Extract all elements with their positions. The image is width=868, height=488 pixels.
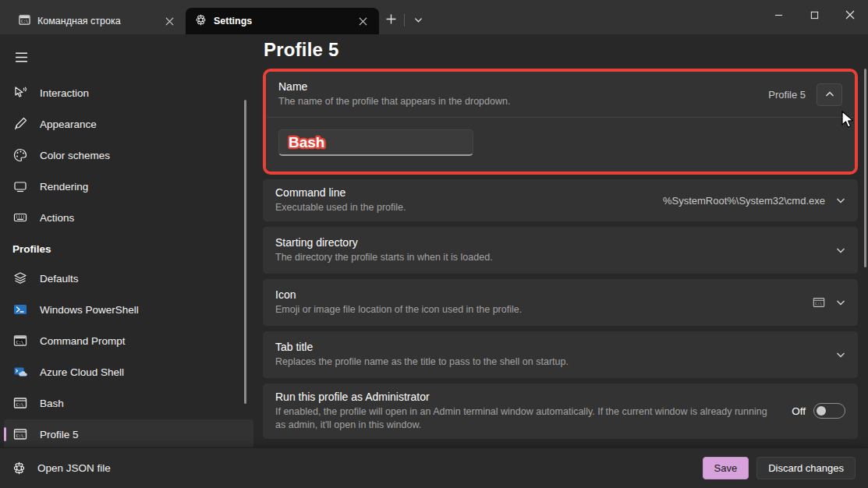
minimize-button[interactable]: [760, 0, 796, 30]
svg-text:C:\: C:\: [16, 433, 23, 438]
chevron-down-icon[interactable]: [836, 196, 845, 205]
setting-label: Tab title: [275, 341, 569, 353]
sidebar-item-defaults[interactable]: Defaults: [4, 263, 253, 293]
sidebar-item-profile-5[interactable]: C:\ Profile 5: [4, 419, 253, 449]
azure-cloud-icon: [12, 365, 27, 380]
powershell-icon: [12, 302, 27, 317]
cursor-icon: [12, 86, 27, 101]
annotated-input-text: Bash: [286, 133, 388, 153]
setting-value: Profile 5: [768, 89, 806, 101]
sidebar-item-interaction[interactable]: Interaction: [4, 78, 253, 108]
hamburger-menu-button[interactable]: [6, 44, 36, 70]
sidebar-item-label: Interaction: [40, 87, 89, 99]
icon-setting-card[interactable]: Icon Emoji or image file location of the…: [263, 279, 858, 326]
tab-dropdown-button[interactable]: [406, 10, 430, 30]
new-tab-button[interactable]: [379, 10, 402, 30]
sidebar-item-label: Rendering: [40, 181, 88, 193]
sidebar-item-bash[interactable]: C:\ Bash: [4, 388, 253, 418]
svg-text:C:\: C:\: [16, 402, 23, 407]
chevron-down-icon: [414, 13, 423, 27]
sidebar-item-label: Color schemes: [40, 150, 110, 161]
toggle-state-label: Off: [792, 405, 806, 417]
maximize-button[interactable]: [796, 0, 832, 30]
setting-description: Replaces the profile name as the title t…: [275, 355, 569, 369]
sidebar-item-actions[interactable]: Actions: [4, 203, 253, 232]
run-as-admin-card: Run this profile as Administrator If ena…: [263, 384, 858, 439]
open-json-file-label: Open JSON file: [37, 462, 111, 474]
palette-icon: [12, 148, 27, 163]
tab-title-card[interactable]: Tab title Replaces the profile name as t…: [263, 331, 858, 378]
sidebar-item-label: Defaults: [40, 273, 79, 285]
sidebar-item-rendering[interactable]: Rendering: [4, 172, 253, 201]
paintbrush-icon: [12, 117, 27, 132]
setting-description: The directory the profile starts in when…: [275, 251, 493, 264]
gear-icon: [12, 461, 26, 475]
tab-command-prompt[interactable]: C:\ Командная строка: [9, 8, 186, 34]
sidebar-scrollbar[interactable]: [244, 100, 246, 404]
profile-name-input[interactable]: Bash: [278, 129, 473, 156]
monitor-icon: [12, 179, 27, 194]
sidebar-item-label: Azure Cloud Shell: [40, 366, 124, 378]
main-scrollbar[interactable]: [864, 69, 866, 267]
open-json-file-button[interactable]: Open JSON file: [12, 461, 111, 475]
sidebar-item-label: Windows PowerShell: [40, 304, 139, 316]
settings-sidebar: Interaction Appearance Color schemes Ren…: [0, 34, 257, 448]
sidebar-item-label: Command Prompt: [40, 335, 126, 347]
settings-main-panel: Profile 5 Name The name of the profile t…: [257, 34, 868, 448]
setting-label: Starting directory: [275, 236, 493, 249]
sidebar-item-label: Appearance: [40, 118, 97, 130]
sidebar-item-label: Actions: [40, 212, 74, 224]
setting-label: Run this profile as Administrator: [275, 391, 774, 403]
profiles-section-header: Profiles: [0, 234, 257, 263]
name-setting-highlight: Name The name of the profile that appear…: [263, 69, 858, 175]
gear-icon: [195, 14, 207, 28]
hamburger-icon: [15, 51, 28, 63]
chevron-up-icon: [825, 90, 834, 99]
starting-directory-card[interactable]: Starting directory The directory the pro…: [263, 227, 858, 274]
svg-text:Bash: Bash: [289, 134, 324, 150]
sidebar-item-appearance[interactable]: Appearance: [4, 109, 253, 139]
setting-description: Executable used in the profile.: [275, 201, 406, 214]
window-controls: [760, 0, 868, 25]
plus-icon: [386, 13, 396, 27]
svg-text:C:\: C:\: [21, 19, 28, 23]
sidebar-item-color-schemes[interactable]: Color schemes: [4, 140, 253, 170]
chevron-down-icon[interactable]: [836, 298, 845, 307]
toggle-knob: [817, 406, 826, 416]
tabbar-separator: [404, 14, 405, 27]
terminal-icon: C:\: [12, 334, 27, 348]
tab-label: Командная строка: [37, 16, 121, 27]
sidebar-item-windows-powershell[interactable]: Windows PowerShell: [4, 295, 253, 324]
collapse-button[interactable]: [817, 83, 842, 106]
name-setting-header[interactable]: Name The name of the profile that appear…: [266, 72, 855, 117]
layers-icon: [12, 271, 27, 286]
chevron-down-icon[interactable]: [836, 246, 845, 255]
terminal-icon: C:\: [12, 427, 27, 442]
setting-description: The name of the profile that appears in …: [278, 95, 510, 108]
svg-text:C:\: C:\: [815, 301, 822, 306]
chevron-down-icon[interactable]: [836, 350, 845, 359]
close-icon: [845, 10, 855, 19]
close-tab-icon[interactable]: [354, 12, 371, 30]
sidebar-item-label: Bash: [40, 398, 64, 409]
mouse-cursor: [841, 111, 855, 129]
maximize-icon: [810, 11, 819, 19]
sidebar-item-label: Profile 5: [40, 429, 79, 440]
setting-label: Command line: [275, 186, 406, 199]
sidebar-item-azure-cloud-shell[interactable]: Azure Cloud Shell: [4, 357, 253, 387]
terminal-icon: C:\: [12, 396, 27, 411]
keyboard-icon: [12, 210, 27, 225]
save-button[interactable]: Save: [703, 457, 749, 479]
terminal-icon: C:\: [813, 296, 825, 309]
sidebar-item-command-prompt[interactable]: C:\ Command Prompt: [4, 326, 253, 355]
tab-label: Settings: [214, 16, 252, 27]
tab-settings[interactable]: Settings: [186, 8, 379, 34]
name-setting-card: Name The name of the profile that appear…: [266, 72, 855, 172]
setting-value: %SystemRoot%\System32\cmd.exe: [663, 195, 825, 207]
discard-changes-button[interactable]: Discard changes: [756, 457, 856, 479]
close-tab-icon[interactable]: [161, 12, 178, 30]
svg-text:C:\: C:\: [16, 340, 23, 345]
admin-toggle[interactable]: [813, 403, 845, 419]
command-line-card[interactable]: Command line Executable used in the prof…: [263, 179, 858, 221]
close-window-button[interactable]: [832, 0, 868, 30]
